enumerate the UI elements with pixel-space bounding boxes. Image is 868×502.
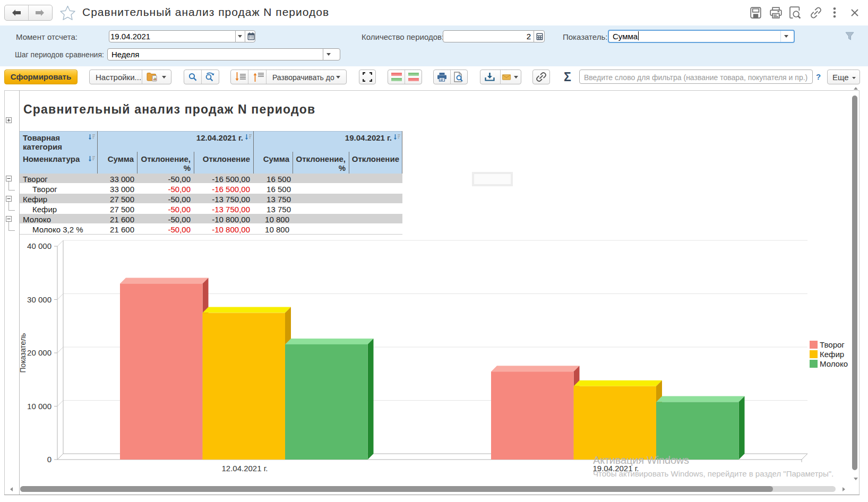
- svg-text:Творог: Творог: [820, 340, 845, 349]
- svg-text:10 000: 10 000: [27, 402, 51, 411]
- svg-text:40 000: 40 000: [27, 241, 51, 250]
- svg-text:12.04.2021 г.: 12.04.2021 г.: [221, 464, 268, 473]
- svg-text:Молоко: Молоко: [820, 359, 848, 368]
- svg-text:Показатель: Показатель: [19, 333, 27, 373]
- svg-text:0: 0: [47, 455, 51, 464]
- svg-text:20 000: 20 000: [27, 348, 51, 357]
- svg-text:30 000: 30 000: [27, 295, 51, 304]
- svg-text:Кефир: Кефир: [820, 350, 844, 359]
